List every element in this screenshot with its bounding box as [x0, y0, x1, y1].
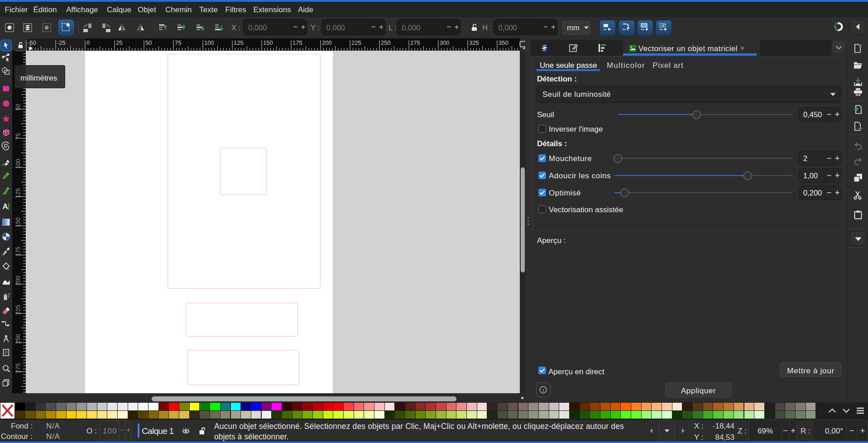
- svg-text:50: 50: [14, 104, 21, 110]
- svg-text:200: 200: [14, 276, 21, 286]
- svg-text:50: 50: [145, 39, 152, 46]
- svg-text:325: 325: [469, 39, 479, 46]
- svg-text:25: 25: [116, 39, 122, 46]
- svg-text:200: 200: [322, 39, 332, 46]
- svg-text:350: 350: [499, 39, 508, 46]
- svg-text:275: 275: [410, 39, 420, 46]
- svg-text:75: 75: [14, 133, 21, 139]
- svg-text:275: 275: [14, 363, 21, 373]
- svg-text:250: 250: [381, 39, 391, 46]
- svg-text:0: 0: [86, 39, 90, 46]
- svg-text:150: 150: [263, 39, 273, 46]
- svg-text:175: 175: [293, 39, 302, 46]
- svg-text:225: 225: [14, 305, 21, 315]
- svg-text:175: 175: [14, 247, 21, 257]
- svg-text:125: 125: [14, 188, 21, 198]
- svg-text:225: 225: [351, 39, 361, 46]
- svg-text:i: i: [542, 387, 544, 393]
- svg-text:100: 100: [204, 39, 214, 46]
- svg-text:100: 100: [14, 159, 21, 169]
- svg-text:300: 300: [440, 39, 450, 46]
- svg-text:125: 125: [234, 39, 244, 46]
- svg-text:-50: -50: [28, 39, 36, 46]
- svg-text:75: 75: [175, 39, 181, 46]
- svg-text:250: 250: [14, 334, 21, 344]
- svg-text:A: A: [3, 202, 8, 211]
- svg-text:-25: -25: [57, 39, 66, 46]
- svg-text:150: 150: [14, 217, 21, 227]
